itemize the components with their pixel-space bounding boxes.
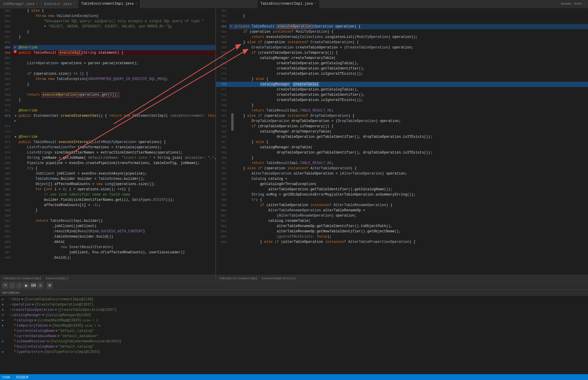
code-line-795: 795 getCatalogOrThrowException( bbox=[216, 182, 588, 187]
debug-frames-button[interactable]: ≡ bbox=[37, 283, 43, 288]
var-ccn-key: currentCatalogName bbox=[17, 328, 55, 334]
tab-table-env-impl-right[interactable]: TableEnvironmentImpl.java × bbox=[258, 0, 320, 8]
tab-job-manager[interactable]: JobManager.java × bbox=[0, 0, 41, 8]
left-breadcrumb: TableEnvironmentImpl › executeSql() bbox=[0, 275, 215, 281]
code-line-771: 771 catalogManager.createTemporaryTable( bbox=[216, 55, 588, 61]
tab-label: Executor.java bbox=[44, 2, 72, 6]
code-line-766: 766 if (operation instanceof ModifyOpera… bbox=[216, 29, 588, 34]
debug-step-over-button[interactable]: ↷ bbox=[2, 283, 8, 288]
tab-label: TableEnvironmentImpl.java bbox=[81, 2, 134, 6]
tab-table-env-impl-left[interactable]: TableEnvironmentImpl.java × bbox=[78, 0, 140, 8]
code-line-800: 800 AlterTableRenameOperation alterTable… bbox=[216, 208, 588, 213]
code-line-684: 684 Object[] affectedRowCounts = new Lon… bbox=[0, 182, 215, 187]
code-line-781: 781 return TableResultImpl.TABLE_RESULT_… bbox=[216, 108, 588, 113]
tab-close-icon[interactable]: × bbox=[135, 2, 137, 5]
code-line-796: 796 alterTableOperation.getTableIdentifi… bbox=[216, 187, 588, 192]
debug-panel-header: Variables bbox=[0, 290, 588, 296]
debug-settings-button[interactable]: ⚙ bbox=[47, 283, 53, 288]
code-line-667: 667 bbox=[0, 87, 215, 92]
code-line-793: 793 AlterTableOperation alterTableOperat… bbox=[216, 171, 588, 176]
var-tt-key: temporaryTables bbox=[17, 323, 48, 328]
code-line-780: 780 } bbox=[216, 103, 588, 108]
var-this-val: {CustomTableEnvironmentImpl@113 bbox=[24, 297, 89, 302]
tab-close-icon[interactable]: × bbox=[73, 2, 75, 6]
cto-type-icon: ○ bbox=[9, 307, 11, 313]
code-line-803: 803 alterTableRenameOp.getTableIdentifie… bbox=[216, 224, 588, 229]
debug-step-into-button[interactable]: ↓ bbox=[9, 283, 15, 288]
right-code-area: 762 763 } 764 765 bbox=[216, 8, 588, 275]
status-text: CSDN · 式玩技术 bbox=[2, 375, 29, 379]
code-line-658: 658 bbox=[0, 40, 215, 45]
code-line-797: 797 String exMsg = getDDLOpExecuteErrorM… bbox=[216, 192, 588, 197]
debug-var-schema-resolver: ▶ f schemaResolver = {CatalogTableSchema… bbox=[0, 339, 588, 344]
debug-var-type-factory: ▶ f typeFactory = {DataTypeFactoryImpl@1… bbox=[0, 349, 588, 355]
catalogs-icon: f bbox=[14, 318, 16, 323]
code-line-804: 804 alterTableRenameOp.getNewTableIdenti… bbox=[216, 229, 588, 234]
code-line-806: 806 } else if (alterTableOperation insta… bbox=[216, 239, 588, 245]
debug-var-builtin-catalog: ▶ f builtinCatalogName = "default_catalo… bbox=[0, 344, 588, 349]
debug-var-catalog-manager: ▼ ○ catalogManager = {CatalogManager@112… bbox=[0, 313, 588, 318]
expand-cto-icon[interactable]: ▶ bbox=[1, 307, 5, 313]
debug-var-catalog-name: ▶ f currentCatalogName = "default_catalo… bbox=[0, 328, 588, 334]
var-ccn-val: "default_catalog" bbox=[58, 328, 94, 334]
debug-evaluate-button[interactable]: ⌨ bbox=[30, 283, 36, 288]
code-line-690: 690 bbox=[0, 213, 215, 218]
expand-this-icon[interactable]: ▶ bbox=[1, 297, 5, 302]
code-line-663: 663 bbox=[0, 66, 215, 71]
code-line-805: 805 ignoreIfNotExists: false); bbox=[216, 234, 588, 239]
tab-close-icon[interactable]: × bbox=[36, 2, 38, 6]
reader-mode-label[interactable]: Reader Mode bbox=[561, 2, 582, 6]
var-cdn-val: "default_database" bbox=[60, 334, 98, 339]
ccn-icon: f bbox=[14, 328, 16, 334]
debug-step-out-button[interactable]: ↑ bbox=[16, 283, 22, 288]
var-catalogs-key: catalogs bbox=[17, 318, 34, 323]
var-sr-key: schemaResolver bbox=[17, 339, 46, 344]
tab-close-icon[interactable]: × bbox=[315, 2, 316, 5]
code-line-652: 652 } else { bbox=[0, 8, 215, 13]
expand-sr-icon[interactable]: ▶ bbox=[1, 339, 5, 344]
code-line-673: 673 bbox=[0, 124, 215, 129]
code-line-661: 661 bbox=[0, 55, 215, 61]
expand-cm-icon[interactable]: ▼ bbox=[1, 313, 5, 318]
code-line-671: 671 @Override bbox=[0, 108, 215, 113]
debug-var-temp-tables: ▶ f temporaryTables = {HashMap@13930} si… bbox=[0, 323, 588, 328]
code-line-679: 679 String jobName = getJobName( default… bbox=[0, 155, 215, 161]
debug-var-this: ▶ ○ this = {CustomTableEnvironmentImpl@1… bbox=[0, 297, 588, 302]
debug-run-button[interactable]: ▶ bbox=[23, 283, 29, 288]
expand-operation-icon[interactable]: ▶ bbox=[1, 302, 5, 307]
var-operation-val: {CreateTableOperation@13837} bbox=[35, 302, 94, 307]
code-line-677: 677 List<Transformation<?>> transformati… bbox=[0, 145, 215, 150]
code-line-694: 694 .tableSchema(builder.build()) bbox=[0, 234, 215, 239]
expand-catalogs-icon[interactable]: ▶ bbox=[1, 318, 5, 323]
code-line-773: 773 createTableOperation.getTableIdentif… bbox=[216, 66, 588, 71]
code-line-659: 659 ➤ @Override bbox=[0, 45, 215, 50]
code-line-790: 790 } bbox=[216, 155, 588, 161]
code-line-688: 688 affectedRowCounts[i] = -1L; bbox=[0, 203, 215, 208]
code-line-672: 672 ◀ ▶ public StatementSet createStatem… bbox=[0, 113, 215, 124]
tab-executor[interactable]: Executor.java × bbox=[41, 0, 78, 8]
var-tf-key: typeFactory bbox=[17, 349, 40, 355]
expand-tt-icon[interactable]: ▶ bbox=[1, 323, 5, 328]
breadcrumb-method: executeOperation() bbox=[262, 277, 297, 280]
code-line-675: 675 ◀ @Override bbox=[0, 134, 215, 140]
code-line-798: 798 try { bbox=[216, 197, 588, 203]
code-line-657: 657 } bbox=[0, 34, 215, 40]
code-line-776: 776 catalogManager createTable( bbox=[216, 82, 588, 87]
code-line-664: 664 if (operations.size() != 1) { bbox=[0, 71, 215, 76]
var-bcn-key: builtinCatalogName bbox=[17, 344, 55, 349]
debug-var-catalogs: ▶ f catalogs = {LinkedHashMap@13929} siz… bbox=[0, 318, 588, 323]
operation-type-icon: ○ bbox=[9, 302, 11, 307]
expand-tf-icon[interactable]: ▶ bbox=[1, 349, 5, 355]
code-line-692: 692 .jobClient(jobClient) bbox=[0, 224, 215, 229]
code-line-698: 698 .build(); bbox=[0, 255, 215, 260]
code-line-784: 784 if (dropTableOperation.isTemporary()… bbox=[216, 124, 588, 129]
code-line-686: 686 // use sink identifier name as field… bbox=[0, 192, 215, 197]
debug-variables-content: ▶ ○ this = {CustomTableEnvironmentImpl@1… bbox=[0, 296, 588, 374]
code-line-656: 656 } bbox=[0, 29, 215, 34]
code-line-662: 662 List<Operation> operations = parser.… bbox=[0, 61, 215, 66]
code-line-767: 767 return executeInternal(Collections.s… bbox=[216, 34, 588, 40]
code-line-791: 791 return TableResultImpl.TABLE_RESULT_… bbox=[216, 161, 588, 166]
this-type-icon: ○ bbox=[9, 297, 11, 302]
tf-icon: f bbox=[14, 349, 16, 355]
code-line-697: 697 jobClient, Row.of(affectedRowCounts)… bbox=[0, 250, 215, 255]
